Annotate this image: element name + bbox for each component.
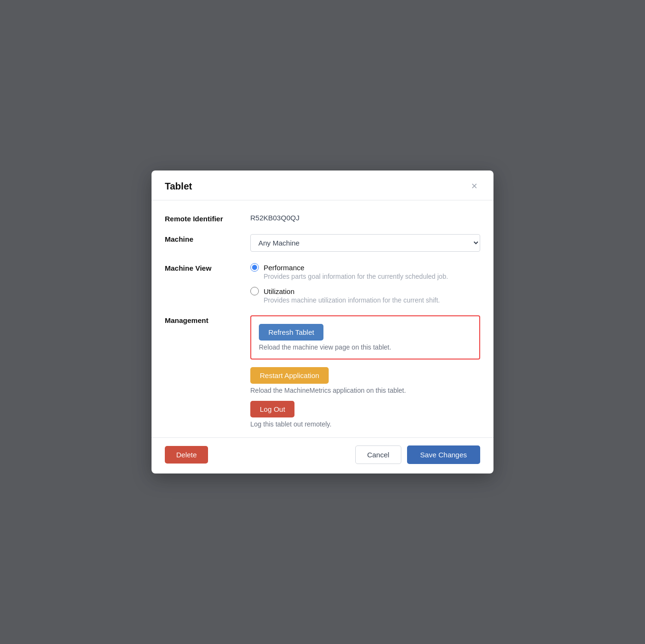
- close-button[interactable]: ×: [468, 180, 480, 192]
- utilization-desc: Provides machine utilization information…: [264, 296, 480, 304]
- logout-button[interactable]: Log Out: [250, 401, 294, 417]
- performance-option: Performance Provides parts goal informat…: [250, 263, 480, 280]
- modal-dialog: Tablet × Remote Identifier R52KB03Q0QJ M…: [152, 170, 493, 474]
- refresh-item: Refresh Tablet Reload the machine view p…: [259, 324, 472, 351]
- utilization-option: Utilization Provides machine utilization…: [250, 287, 480, 304]
- machine-select-wrapper: Any Machine: [250, 234, 480, 252]
- logout-desc: Log this tablet out remotely.: [250, 420, 480, 428]
- management-label: Management: [165, 315, 250, 324]
- refresh-tablet-button[interactable]: Refresh Tablet: [259, 324, 323, 341]
- remote-identifier-row: Remote Identifier R52KB03Q0QJ: [165, 214, 480, 223]
- modal-body: Remote Identifier R52KB03Q0QJ Machine An…: [152, 200, 493, 437]
- restart-item: Restart Application Reload the MachineMe…: [250, 367, 480, 394]
- modal-footer: Delete Cancel Save Changes: [152, 437, 493, 474]
- performance-label-row: Performance: [250, 263, 480, 272]
- cancel-button[interactable]: Cancel: [355, 445, 401, 464]
- performance-title: Performance: [264, 264, 304, 272]
- backdrop: Tablet × Remote Identifier R52KB03Q0QJ M…: [0, 0, 645, 644]
- remote-identifier-label: Remote Identifier: [165, 214, 250, 223]
- machine-view-options: Performance Provides parts goal informat…: [250, 263, 480, 304]
- performance-desc: Provides parts goal information for the …: [264, 273, 480, 280]
- utilization-radio[interactable]: [250, 287, 259, 295]
- machine-select[interactable]: Any Machine: [250, 234, 480, 252]
- logout-item: Log Out Log this tablet out remotely.: [250, 401, 480, 428]
- restart-application-button[interactable]: Restart Application: [250, 367, 329, 384]
- modal-header: Tablet ×: [152, 170, 493, 200]
- save-changes-button[interactable]: Save Changes: [407, 445, 480, 464]
- utilization-title: Utilization: [264, 287, 294, 295]
- utilization-label-row: Utilization: [250, 287, 480, 295]
- refresh-tablet-box: Refresh Tablet Reload the machine view p…: [250, 315, 480, 360]
- remote-identifier-value: R52KB03Q0QJ: [250, 214, 299, 222]
- performance-radio[interactable]: [250, 263, 259, 272]
- machine-label: Machine: [165, 234, 250, 243]
- machine-row: Machine Any Machine: [165, 234, 480, 252]
- delete-button[interactable]: Delete: [165, 446, 208, 464]
- footer-right-buttons: Cancel Save Changes: [355, 445, 480, 464]
- machine-view-label: Machine View: [165, 263, 250, 272]
- refresh-desc: Reload the machine view page on this tab…: [259, 343, 472, 351]
- machine-view-row: Machine View Performance Provides parts …: [165, 263, 480, 304]
- modal-title: Tablet: [165, 181, 192, 192]
- restart-desc: Reload the MachineMetrics application on…: [250, 387, 480, 394]
- management-row: Management Refresh Tablet Reload the mac…: [165, 315, 480, 428]
- management-content: Refresh Tablet Reload the machine view p…: [250, 315, 480, 428]
